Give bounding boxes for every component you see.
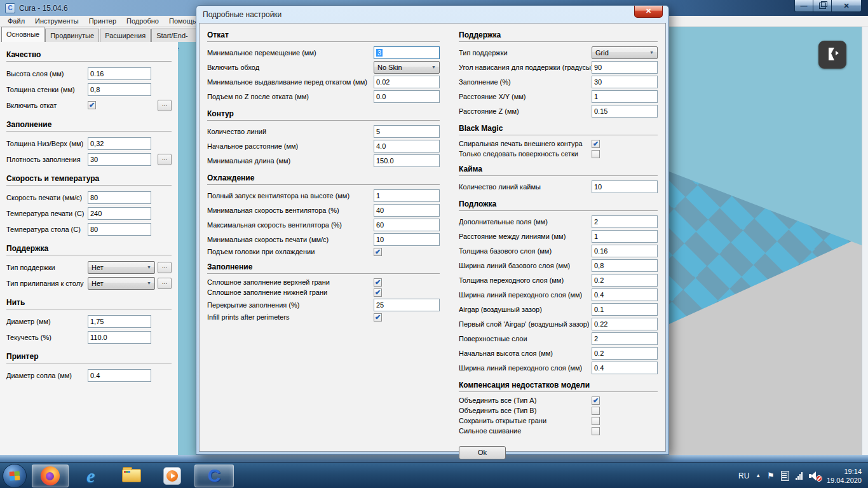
taskbar-cura-button[interactable]: C — [194, 464, 234, 487]
tab-1[interactable]: Основные — [1, 27, 44, 42]
checkbox-unchecked[interactable] — [592, 150, 600, 158]
text-input[interactable] — [592, 105, 658, 118]
text-input[interactable] — [592, 274, 658, 287]
text-input[interactable] — [592, 318, 658, 330]
text-input[interactable] — [374, 90, 440, 103]
checkbox-checked[interactable]: ✔ — [374, 278, 382, 287]
more-options-button[interactable]: ... — [158, 154, 172, 165]
tab-3[interactable]: Расширения — [100, 29, 151, 42]
checkbox-unchecked[interactable] — [592, 407, 600, 415]
volume-muted-icon[interactable] — [809, 471, 820, 480]
more-options-button[interactable]: ... — [158, 278, 172, 289]
row-label: Подъем по Z после отката (мм) — [207, 93, 374, 100]
dialog-close-button[interactable]: ✕ — [634, 6, 663, 18]
text-input[interactable] — [88, 369, 151, 382]
text-input-focused[interactable]: 3 — [374, 46, 440, 59]
section-header: Охлаждение — [207, 173, 440, 185]
dropdown[interactable]: No Skin▼ — [374, 61, 440, 74]
text-input[interactable] — [88, 223, 151, 236]
dropdown[interactable]: Нет▼ — [88, 261, 155, 274]
more-options-button[interactable]: ... — [158, 262, 172, 273]
dropdown[interactable]: Grid▼ — [592, 46, 658, 59]
text-input[interactable] — [592, 215, 658, 228]
text-input[interactable] — [88, 83, 151, 96]
text-input[interactable] — [88, 153, 151, 166]
text-input[interactable] — [592, 61, 658, 74]
tab-4[interactable]: Start/End-GCode — [151, 29, 199, 42]
text-input[interactable] — [592, 288, 658, 301]
row-label: Диаметр (мм) — [6, 318, 88, 325]
text-input[interactable] — [88, 315, 151, 328]
text-input[interactable] — [592, 259, 658, 272]
text-input[interactable] — [374, 154, 440, 167]
dialog-titlebar[interactable]: Подробные настройки — [196, 6, 668, 23]
text-input[interactable] — [88, 67, 151, 80]
text-input[interactable] — [88, 207, 151, 220]
network-signal-icon[interactable] — [796, 472, 803, 480]
text-input[interactable] — [592, 362, 658, 374]
start-button[interactable] — [3, 464, 27, 488]
dropdown[interactable]: Нет▼ — [88, 277, 155, 290]
text-input[interactable] — [88, 137, 151, 150]
menu-item-1[interactable]: Файл — [3, 17, 30, 25]
taskbar-firefox-button[interactable] — [32, 464, 69, 487]
checkbox-checked[interactable]: ✔ — [374, 248, 382, 256]
menu-item-3[interactable]: Принтер — [84, 17, 121, 25]
text-input[interactable] — [592, 180, 658, 193]
clock[interactable]: 19:14 19.04.2020 — [827, 467, 862, 485]
text-input[interactable] — [592, 90, 658, 103]
text-input[interactable] — [374, 125, 440, 138]
row-label: Скорость печати (мм/с) — [6, 194, 88, 201]
menu-item-4[interactable]: Подробно — [121, 17, 164, 25]
checkbox-checked[interactable]: ✔ — [374, 288, 382, 297]
row-label: Толщина Низ/Верх (мм) — [6, 140, 88, 147]
text-input[interactable] — [374, 140, 440, 152]
text-input[interactable] — [374, 76, 440, 88]
row-control — [374, 140, 440, 152]
row-label: Температура стола (C) — [6, 226, 88, 233]
text-input[interactable] — [374, 233, 440, 246]
taskbar-explorer-button[interactable] — [113, 464, 150, 487]
taskbar-wmp-button[interactable] — [154, 464, 191, 487]
text-input[interactable] — [592, 76, 658, 88]
taskbar-ie-button[interactable]: e — [72, 464, 109, 487]
text-input[interactable] — [592, 332, 658, 345]
text-input[interactable] — [374, 219, 440, 231]
close-button[interactable]: ✕ — [832, 0, 862, 12]
text-input[interactable] — [374, 204, 440, 217]
tab-2[interactable]: Продвинутые — [45, 29, 99, 42]
restore-button[interactable] — [813, 0, 832, 12]
text-input[interactable] — [592, 245, 658, 257]
row-label: Только следовать поверхность сетки — [459, 150, 592, 158]
tray-clipboard-icon[interactable] — [781, 471, 789, 481]
checkbox-checked[interactable]: ✔ — [374, 313, 382, 322]
text-input[interactable] — [374, 189, 440, 202]
window-right-border — [862, 27, 868, 455]
text-input[interactable] — [592, 347, 658, 360]
taskbar: e C RU ▲ ⚑ 19:14 19.04.2020 — [0, 462, 868, 488]
text-input[interactable] — [88, 331, 151, 344]
minimize-button[interactable]: — — [794, 0, 813, 12]
text-input[interactable] — [374, 299, 440, 311]
text-input[interactable] — [592, 230, 658, 243]
checkbox-unchecked[interactable] — [592, 427, 600, 435]
dialog-body: ОткатМинимальное перемещение (мм)3Включи… — [199, 23, 666, 452]
text-input[interactable] — [88, 191, 151, 204]
text-input[interactable] — [592, 303, 658, 316]
language-indicator[interactable]: RU — [738, 471, 749, 480]
row-label: Включить откат — [6, 102, 88, 109]
row-control — [592, 274, 658, 287]
row-label: Сильное сшивание — [459, 427, 592, 435]
more-options-button[interactable]: ... — [158, 100, 172, 111]
settings-row: Сильное сшивание — [459, 426, 658, 436]
checkbox-checked[interactable]: ✔ — [88, 101, 96, 109]
ok-button[interactable]: Ok — [459, 446, 506, 459]
view-mode-icon[interactable] — [818, 41, 846, 69]
hidden-icons-arrow-icon[interactable]: ▲ — [756, 473, 761, 478]
checkbox-unchecked[interactable] — [592, 417, 600, 425]
action-center-flag-icon[interactable]: ⚑ — [767, 471, 775, 480]
dialog-column-left: ОткатМинимальное перемещение (мм)3Включи… — [207, 25, 440, 451]
checkbox-checked[interactable]: ✔ — [592, 140, 600, 148]
menu-item-2[interactable]: Инструменты — [30, 17, 84, 25]
checkbox-checked[interactable]: ✔ — [592, 396, 600, 405]
